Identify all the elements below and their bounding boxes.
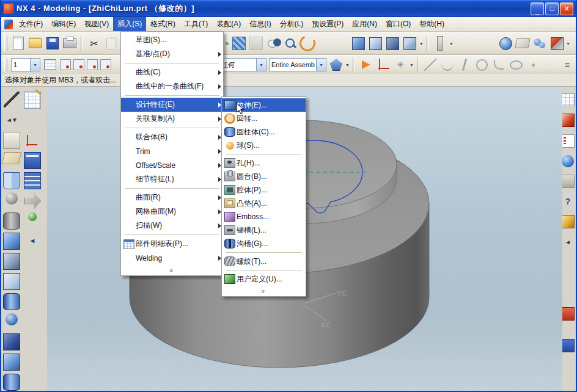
print-button[interactable] [62, 35, 78, 51]
collapse-arrows-icon[interactable]: ◄▼ [4, 112, 20, 128]
menu-item-offset-scale[interactable]: Offset/Scale [121, 158, 223, 172]
submenu-item-revolve[interactable]: 回转... [222, 112, 306, 125]
menu-item-combine[interactable]: 联合体(B) [121, 130, 223, 144]
menu-window[interactable]: 窗口(O) [381, 17, 415, 31]
menu-item-curve[interactable]: 曲线(C) [121, 65, 223, 79]
system-materials-icon[interactable] [561, 339, 575, 352]
boss-tool-icon[interactable] [3, 293, 20, 310]
menu-assemblies[interactable]: 装配(A) [212, 17, 245, 31]
move-object-button[interactable] [358, 57, 374, 73]
pan-button[interactable] [248, 35, 264, 51]
submenu-item-slot[interactable]: 键槽(L)... [222, 223, 306, 237]
toolbar-grip[interactable] [4, 35, 7, 51]
internet-icon[interactable] [562, 155, 574, 167]
title-bar[interactable]: NX 4 - Modeling - [ZhiChiLun.prt （修改的）] … [1, 0, 576, 17]
ball-tool-icon[interactable] [6, 313, 18, 325]
constraint-navigator-icon[interactable] [561, 114, 575, 127]
subtract-tool-icon[interactable] [3, 273, 20, 290]
unite-tool-icon[interactable] [3, 253, 20, 270]
assembly-tools-button[interactable] [532, 35, 548, 51]
toolbar-grip[interactable] [4, 59, 7, 71]
submenu-item-boss[interactable]: 圆台(B)... [222, 170, 306, 183]
arc-tool-button[interactable] [439, 57, 455, 73]
layer-book-icon[interactable] [24, 152, 41, 169]
submenu-item-thread[interactable]: 螺纹(T)... [222, 255, 306, 268]
menu-item-associative-copy[interactable]: 关联复制(A) [121, 112, 223, 126]
menu-application[interactable]: 应用(N) [348, 17, 381, 31]
hole-tool-icon[interactable] [3, 374, 20, 391]
selection-scope-arrow[interactable]: ▼ [316, 59, 326, 71]
menu-analysis[interactable]: 分析(L) [276, 17, 308, 31]
menu-item-curve-from-curves[interactable]: 曲线中的一条曲线(F) [121, 79, 223, 93]
constraints-button[interactable] [549, 35, 565, 51]
menu-item-sketch[interactable]: 草图(S)... [121, 33, 223, 47]
wireframe-view-button[interactable] [368, 35, 384, 51]
layer-combo-arrow[interactable]: ▼ [30, 59, 40, 71]
selection-scope-combo[interactable]: Entire Assemb ▼ [269, 58, 326, 71]
view-layout-icon[interactable] [3, 172, 20, 189]
ellipse-tool-button[interactable] [508, 57, 524, 73]
zoom-window-button[interactable] [265, 35, 281, 51]
menu-item-detail-feature[interactable]: 细节特征(L) [121, 172, 223, 186]
assembly-navigator-icon[interactable] [561, 93, 575, 106]
point-set-icon[interactable] [28, 212, 37, 221]
facet-view-button[interactable] [385, 35, 401, 51]
spline-tool-button[interactable] [457, 57, 472, 73]
menu-view[interactable]: 视图(V) [80, 17, 113, 31]
snap-point-button-3[interactable] [86, 59, 98, 71]
orient-view-button[interactable] [402, 35, 418, 51]
minimize-button[interactable]: _ [531, 2, 544, 15]
part-navigator-icon[interactable] [561, 134, 575, 148]
datum-csys-icon[interactable] [24, 132, 40, 148]
help-icon[interactable]: ? [562, 195, 574, 208]
layer-settings-button[interactable] [42, 57, 58, 73]
cut-button[interactable]: ✂ [86, 35, 102, 51]
view-dropdown-arrow[interactable]: ▼ [419, 42, 424, 46]
circle-tool-button[interactable] [474, 57, 490, 73]
layer-visibility-icon[interactable] [24, 172, 41, 189]
menu-preferences[interactable]: 预设置(P) [307, 17, 348, 31]
sketcher-task-icon[interactable] [3, 132, 20, 149]
snap-point-button-1[interactable] [59, 59, 72, 71]
sketch-icon[interactable] [24, 92, 41, 109]
submenu-item-extrude[interactable]: 拉伸(E)... [222, 98, 306, 112]
block-tool-icon[interactable] [3, 333, 20, 350]
close-button[interactable]: ✕ [560, 2, 573, 15]
toolbar-overflow-chevron[interactable]: » [225, 39, 229, 48]
tools-dropdown-arrow[interactable]: ▼ [565, 42, 571, 46]
menu-edit[interactable]: 编辑(E) [47, 17, 80, 31]
menu-item-sweep[interactable]: 扫描(W) [121, 219, 223, 233]
menu-item-mesh-surface[interactable]: 网格曲面(M) [121, 205, 223, 219]
submenu-item-pocket[interactable]: 腔体(P)... [222, 183, 306, 197]
submenu-item-sphere[interactable]: 球(S)... [222, 139, 306, 152]
layer-combo[interactable]: 1 ▼ [11, 58, 40, 71]
copy-button[interactable] [103, 35, 119, 51]
selection-filter-combo[interactable]: 任何 ▼ [219, 58, 266, 71]
submenu-item-cylinder[interactable]: 圆柱体(C)... [222, 125, 306, 139]
submenu-expand-button[interactable]: » [222, 286, 306, 295]
sketch-plane-button[interactable] [515, 35, 531, 51]
sphere-tool-icon[interactable] [6, 192, 18, 205]
resource-collapse-icon[interactable]: ◄ [562, 236, 574, 248]
highlight-button[interactable] [328, 57, 344, 73]
profile-line-icon[interactable] [4, 92, 20, 107]
menu-item-parts-list[interactable]: 部件明细表(P)... [121, 237, 223, 251]
submenu-item-hole[interactable]: 孔(H)... [222, 156, 306, 170]
submenu-item-pad[interactable]: 凸垫(A)... [222, 197, 306, 210]
view-lens-button[interactable] [498, 35, 513, 51]
reuse-library-icon[interactable] [561, 175, 575, 188]
point-constructor-button[interactable]: ✳ [392, 57, 408, 73]
menu-item-design-feature[interactable]: 设计特征(E) [121, 98, 223, 112]
menu-help[interactable]: 帮助(H) [415, 17, 449, 31]
menu-format[interactable]: 格式(R) [146, 17, 180, 31]
snap-point-button-2[interactable] [73, 59, 85, 71]
submenu-item-groove[interactable]: 沟槽(G)... [222, 237, 306, 250]
rotate-view-button[interactable] [300, 35, 315, 51]
csys-button[interactable] [375, 57, 391, 73]
highlight-dropdown-arrow[interactable]: ▼ [345, 63, 350, 67]
menu-information[interactable]: 信息(I) [245, 17, 275, 31]
snap-point-button-4[interactable] [100, 59, 112, 71]
fillet-tool-button[interactable] [491, 57, 507, 73]
open-file-button[interactable] [28, 35, 43, 51]
menu-item-welding[interactable]: Welding [121, 251, 223, 265]
